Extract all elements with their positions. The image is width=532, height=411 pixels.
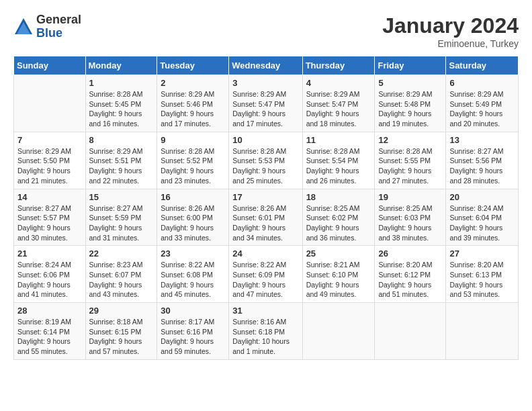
day-number: 29 xyxy=(89,306,154,316)
calendar-cell: 14Sunrise: 8:27 AMSunset: 5:57 PMDayligh… xyxy=(14,189,86,246)
logo-general-text: General xyxy=(36,13,81,27)
calendar-cell: 8Sunrise: 8:29 AMSunset: 5:51 PMDaylight… xyxy=(85,132,157,189)
calendar-cell: 4Sunrise: 8:29 AMSunset: 5:47 PMDaylight… xyxy=(302,75,375,132)
day-number: 20 xyxy=(449,192,515,202)
day-info: Sunrise: 8:26 AMSunset: 6:01 PMDaylight:… xyxy=(232,203,298,243)
day-number: 7 xyxy=(17,135,82,145)
calendar-cell: 17Sunrise: 8:26 AMSunset: 6:01 PMDayligh… xyxy=(229,189,302,246)
day-header-thursday: Thursday xyxy=(302,56,375,75)
day-number: 16 xyxy=(161,192,225,202)
day-number: 9 xyxy=(161,135,225,145)
day-info: Sunrise: 8:28 AMSunset: 5:54 PMDaylight:… xyxy=(306,146,371,186)
calendar-cell: 19Sunrise: 8:25 AMSunset: 6:03 PMDayligh… xyxy=(375,189,446,246)
day-info: Sunrise: 8:28 AMSunset: 5:45 PMDaylight:… xyxy=(89,89,154,129)
day-info: Sunrise: 8:25 AMSunset: 6:02 PMDaylight:… xyxy=(306,203,371,243)
calendar-cell: 29Sunrise: 8:18 AMSunset: 6:15 PMDayligh… xyxy=(85,303,157,360)
day-number: 31 xyxy=(232,306,298,316)
day-info: Sunrise: 8:21 AMSunset: 6:10 PMDaylight:… xyxy=(306,260,371,300)
calendar-cell: 31Sunrise: 8:16 AMSunset: 6:18 PMDayligh… xyxy=(229,303,302,360)
day-header-sunday: Sunday xyxy=(14,56,86,75)
day-header-saturday: Saturday xyxy=(446,56,519,75)
day-number: 27 xyxy=(449,248,515,259)
day-info: Sunrise: 8:29 AMSunset: 5:46 PMDaylight:… xyxy=(161,89,225,129)
day-info: Sunrise: 8:27 AMSunset: 5:59 PMDaylight:… xyxy=(89,203,154,243)
calendar-cell: 2Sunrise: 8:29 AMSunset: 5:46 PMDaylight… xyxy=(157,75,229,132)
day-info: Sunrise: 8:20 AMSunset: 6:13 PMDaylight:… xyxy=(449,260,515,300)
day-number: 19 xyxy=(378,192,442,202)
calendar-cell: 16Sunrise: 8:26 AMSunset: 6:00 PMDayligh… xyxy=(157,189,229,246)
calendar-cell: 18Sunrise: 8:25 AMSunset: 6:02 PMDayligh… xyxy=(302,189,375,246)
day-number: 6 xyxy=(449,78,515,88)
day-number: 28 xyxy=(17,306,82,316)
day-number: 22 xyxy=(89,248,154,259)
month-title: January 2024 xyxy=(382,13,519,38)
calendar-cell: 27Sunrise: 8:20 AMSunset: 6:13 PMDayligh… xyxy=(446,246,519,303)
week-row-2: 7Sunrise: 8:29 AMSunset: 5:50 PMDaylight… xyxy=(14,132,519,189)
day-info: Sunrise: 8:24 AMSunset: 6:06 PMDaylight:… xyxy=(17,260,82,300)
day-info: Sunrise: 8:29 AMSunset: 5:47 PMDaylight:… xyxy=(306,89,371,129)
day-number: 10 xyxy=(232,135,298,145)
title-area: January 2024 Eminoenue, Turkey xyxy=(382,13,519,49)
week-row-3: 14Sunrise: 8:27 AMSunset: 5:57 PMDayligh… xyxy=(14,189,519,246)
calendar-cell: 11Sunrise: 8:28 AMSunset: 5:54 PMDayligh… xyxy=(302,132,375,189)
day-number: 25 xyxy=(306,248,371,259)
day-info: Sunrise: 8:29 AMSunset: 5:47 PMDaylight:… xyxy=(232,89,298,129)
day-header-tuesday: Tuesday xyxy=(157,56,229,75)
calendar-cell: 26Sunrise: 8:20 AMSunset: 6:12 PMDayligh… xyxy=(375,246,446,303)
day-number: 5 xyxy=(378,78,442,88)
calendar-cell: 6Sunrise: 8:29 AMSunset: 5:49 PMDaylight… xyxy=(446,75,519,132)
day-number: 17 xyxy=(232,192,298,202)
logo-blue-text: Blue xyxy=(36,27,81,40)
days-of-week-row: SundayMondayTuesdayWednesdayThursdayFrid… xyxy=(14,56,519,75)
day-info: Sunrise: 8:28 AMSunset: 5:53 PMDaylight:… xyxy=(232,146,298,186)
day-info: Sunrise: 8:25 AMSunset: 6:03 PMDaylight:… xyxy=(378,203,442,243)
day-info: Sunrise: 8:16 AMSunset: 6:18 PMDaylight:… xyxy=(232,317,298,357)
day-number: 12 xyxy=(378,135,442,145)
day-number: 14 xyxy=(17,192,82,202)
week-row-1: 1Sunrise: 8:28 AMSunset: 5:45 PMDaylight… xyxy=(14,75,519,132)
day-number: 26 xyxy=(378,248,442,259)
day-header-wednesday: Wednesday xyxy=(229,56,302,75)
calendar-cell: 9Sunrise: 8:28 AMSunset: 5:52 PMDaylight… xyxy=(157,132,229,189)
calendar-cell: 13Sunrise: 8:27 AMSunset: 5:56 PMDayligh… xyxy=(446,132,519,189)
calendar-cell: 30Sunrise: 8:17 AMSunset: 6:16 PMDayligh… xyxy=(157,303,229,360)
calendar-cell xyxy=(446,303,519,360)
day-number: 30 xyxy=(161,306,225,316)
day-number: 15 xyxy=(89,192,154,202)
day-info: Sunrise: 8:23 AMSunset: 6:07 PMDaylight:… xyxy=(89,260,154,300)
day-number: 4 xyxy=(306,78,371,88)
day-number: 21 xyxy=(17,248,82,259)
week-row-4: 21Sunrise: 8:24 AMSunset: 6:06 PMDayligh… xyxy=(14,246,519,303)
calendar-cell: 25Sunrise: 8:21 AMSunset: 6:10 PMDayligh… xyxy=(302,246,375,303)
day-info: Sunrise: 8:28 AMSunset: 5:55 PMDaylight:… xyxy=(378,146,442,186)
calendar-cell: 10Sunrise: 8:28 AMSunset: 5:53 PMDayligh… xyxy=(229,132,302,189)
calendar-cell xyxy=(302,303,375,360)
day-number: 2 xyxy=(161,78,225,88)
day-info: Sunrise: 8:29 AMSunset: 5:49 PMDaylight:… xyxy=(449,89,515,129)
week-row-5: 28Sunrise: 8:19 AMSunset: 6:14 PMDayligh… xyxy=(14,303,519,360)
day-number: 23 xyxy=(161,248,225,259)
calendar-cell: 3Sunrise: 8:29 AMSunset: 5:47 PMDaylight… xyxy=(229,75,302,132)
logo-icon xyxy=(13,17,34,37)
calendar-header: SundayMondayTuesdayWednesdayThursdayFrid… xyxy=(14,56,519,75)
day-number: 24 xyxy=(232,248,298,259)
logo-text: General Blue xyxy=(36,13,81,40)
day-info: Sunrise: 8:19 AMSunset: 6:14 PMDaylight:… xyxy=(17,317,82,357)
calendar-cell: 12Sunrise: 8:28 AMSunset: 5:55 PMDayligh… xyxy=(375,132,446,189)
day-info: Sunrise: 8:29 AMSunset: 5:51 PMDaylight:… xyxy=(89,146,154,186)
day-info: Sunrise: 8:27 AMSunset: 5:56 PMDaylight:… xyxy=(449,146,515,186)
day-info: Sunrise: 8:28 AMSunset: 5:52 PMDaylight:… xyxy=(161,146,225,186)
day-info: Sunrise: 8:18 AMSunset: 6:15 PMDaylight:… xyxy=(89,317,154,357)
day-info: Sunrise: 8:22 AMSunset: 6:08 PMDaylight:… xyxy=(161,260,225,300)
day-number: 18 xyxy=(306,192,371,202)
day-info: Sunrise: 8:24 AMSunset: 6:04 PMDaylight:… xyxy=(449,203,515,243)
day-number: 11 xyxy=(306,135,371,145)
location-subtitle: Eminoenue, Turkey xyxy=(382,38,519,49)
calendar-cell: 24Sunrise: 8:22 AMSunset: 6:09 PMDayligh… xyxy=(229,246,302,303)
calendar-cell: 5Sunrise: 8:29 AMSunset: 5:48 PMDaylight… xyxy=(375,75,446,132)
calendar-body: 1Sunrise: 8:28 AMSunset: 5:45 PMDaylight… xyxy=(14,75,519,360)
day-number: 13 xyxy=(449,135,515,145)
calendar-cell: 23Sunrise: 8:22 AMSunset: 6:08 PMDayligh… xyxy=(157,246,229,303)
day-info: Sunrise: 8:29 AMSunset: 5:50 PMDaylight:… xyxy=(17,146,82,186)
calendar-cell: 1Sunrise: 8:28 AMSunset: 5:45 PMDaylight… xyxy=(85,75,157,132)
